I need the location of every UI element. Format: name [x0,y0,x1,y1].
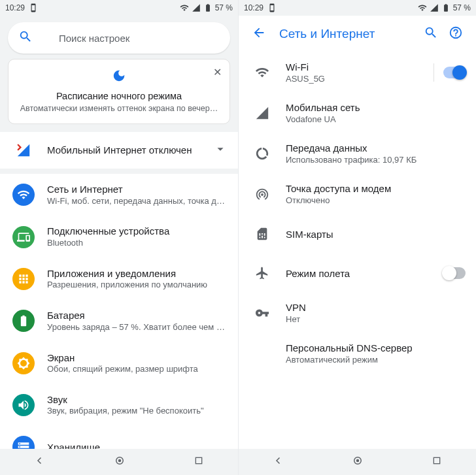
search-icon [18,29,33,46]
phone-icon [29,3,38,12]
nav-back[interactable] [273,455,284,469]
card-subtitle: Автоматически изменять оттенок экрана по… [18,104,220,113]
row-apps[interactable]: Приложения и уведомленияРазрешения, прил… [0,258,238,300]
nav-bar [0,449,238,475]
row-private-dns[interactable]: Персональный DNS-серверАвтоматический ре… [239,333,476,374]
battery-icon [12,310,35,332]
battery-icon [441,3,450,12]
signal-off-icon [10,143,37,157]
apps-icon [12,268,35,290]
row-wifi[interactable]: Wi-FiASUS_5G [239,52,476,93]
card-title: Расписание ночного режима [18,91,220,101]
hotspot-icon [249,187,275,201]
settings-list: Сеть и ИнтернетWi-Fi, моб. сети, передач… [0,174,238,449]
status-time: 10:29 [244,3,264,12]
nav-home[interactable] [352,455,364,469]
phone-icon [267,3,277,12]
collapse-title: Мобильный Интернет отключен [47,144,213,157]
svg-point-4 [356,459,360,463]
night-mode-card[interactable]: ✕ Расписание ночного режима Автоматическ… [8,59,230,124]
nav-recent[interactable] [432,455,442,468]
svg-rect-5 [434,457,439,463]
row-battery[interactable]: БатареяУровень заряда – 57 %. Хватит бол… [0,300,238,342]
nav-home[interactable] [114,455,126,469]
row-airplane[interactable]: Режим полета [239,254,476,293]
signal-icon [430,3,439,12]
airplane-icon [249,266,275,280]
mobile-data-collapse[interactable]: Мобильный Интернет отключен [0,132,238,169]
brightness-icon [12,352,35,374]
network-settings-content: Wi-FiASUS_5G Мобильная сетьVodafone UA П… [239,52,476,449]
row-connected-devices[interactable]: Подключенные устройстваBluetooth [0,216,238,257]
app-bar: Сеть и Интернет [239,16,476,52]
row-sound[interactable]: ЗвукЗвук, вибрация, режим "Не беспокоить… [0,384,238,426]
volume-icon [12,394,35,416]
page-title: Сеть и Интернет [279,27,418,41]
moon-icon [18,69,220,87]
wifi-icon [12,184,35,206]
svg-rect-2 [196,457,201,463]
wifi-icon [418,3,427,12]
row-storage[interactable]: Хранилище [0,426,238,449]
storage-icon [12,436,35,449]
status-time: 10:29 [5,3,25,12]
chevron-down-icon [213,142,228,159]
search-button[interactable] [418,20,443,48]
close-icon[interactable]: ✕ [213,66,222,78]
row-vpn[interactable]: VPNНет [239,293,476,333]
phone-network-settings: 10:29 57 % Сеть и Интернет Wi-FiASUS_5G [238,0,476,475]
back-button[interactable] [246,20,271,48]
signal-icon [249,106,275,120]
wifi-switch[interactable] [443,67,466,78]
row-network[interactable]: Сеть и ИнтернетWi-Fi, моб. сети, передач… [0,174,238,216]
search-settings[interactable]: Поиск настроек [8,22,230,54]
airplane-switch[interactable] [443,267,466,279]
mobile-data-section: Мобильный Интернет отключен [0,132,238,169]
row-display[interactable]: ЭкранОбои, спящий режим, размер шрифта [0,342,238,384]
row-mobile-network[interactable]: Мобильная сетьVodafone UA [239,93,476,133]
battery-percent: 57 % [453,3,471,12]
status-bar: 10:29 57 % [0,0,238,16]
devices-icon [12,226,35,248]
row-sim[interactable]: SIM-карты [239,214,476,254]
phone-settings-main: 10:29 57 % Поиск настроек ✕ Расписание н… [0,0,238,475]
help-button[interactable] [443,20,468,48]
nav-bar [239,449,476,475]
data-usage-icon [249,146,275,161]
battery-icon [203,3,212,12]
sim-icon [249,227,275,241]
settings-main-content: Поиск настроек ✕ Расписание ночного режи… [0,16,238,449]
row-data-usage[interactable]: Передача данныхИспользовано трафика: 10,… [239,133,476,174]
battery-percent: 57 % [215,3,233,12]
search-placeholder: Поиск настроек [59,33,220,44]
signal-icon [192,3,201,12]
row-hotspot[interactable]: Точка доступа и модемОтключено [239,174,476,214]
status-bar: 10:29 57 % [239,0,476,16]
svg-point-1 [118,459,122,463]
wifi-icon [180,3,189,12]
wifi-icon [249,65,275,80]
nav-recent[interactable] [194,455,204,468]
nav-back[interactable] [34,455,46,469]
vpn-icon [249,306,275,320]
